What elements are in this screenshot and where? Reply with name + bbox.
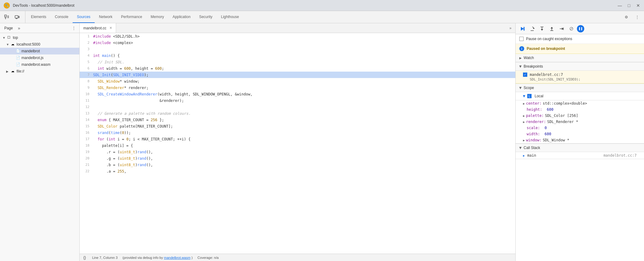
code-line-13: 13 // Generate a palette with random col… <box>80 110 515 117</box>
code-line-16: 16 srand(time(0)); <box>80 129 515 136</box>
cs-arrow-icon: ▶ <box>523 154 525 157</box>
more-tabs-icon[interactable]: » <box>16 25 22 31</box>
right-panel: Pause on caught exceptions i Paused on b… <box>515 23 644 261</box>
device-icon[interactable] <box>13 13 21 21</box>
tab-network[interactable]: Network <box>95 11 117 23</box>
main-layout: Page » ⋮ ▼ ☐ top ▼ ☁ localhost:5000 📄 ma… <box>0 23 644 261</box>
code-line-14: 14 enum { MAX_ITER_COUNT = 256 }; <box>80 117 515 123</box>
tree-item-mandelbrot[interactable]: 📄 mandelbrot <box>0 48 79 54</box>
local-section: ▶ L Local ▶ center: std::complex<double>… <box>516 92 644 144</box>
tree-arrow-localhost: ▼ <box>6 43 10 46</box>
pause-exceptions-label: Pause on caught exceptions <box>526 37 572 41</box>
editor-forward-icon[interactable]: » <box>506 23 515 33</box>
code-line-3: 3 <box>80 46 515 52</box>
scope-window[interactable]: ▶ window: SDL_Window * <box>516 137 644 143</box>
page-tab[interactable]: Page <box>2 25 15 31</box>
code-line-7: 7 SDL_Init(SDL_INIT_VIDEO); <box>80 72 515 78</box>
close-button[interactable]: ✕ <box>636 3 640 8</box>
callstack-header[interactable]: ▶ Call Stack <box>516 144 644 152</box>
code-line-17: 17 for (int i = 0; i < MAX_ITER_COUNT; +… <box>80 136 515 142</box>
code-line-19: 19 .r = (uint8_t)rand(), <box>80 149 515 155</box>
tab-console[interactable]: Console <box>51 11 73 23</box>
scope-scale: scale: 0 <box>516 125 644 131</box>
svg-marker-12 <box>533 28 535 29</box>
watch-header[interactable]: ▶ Watch <box>516 54 644 62</box>
code-line-8: 8 SDL_Window* window; <box>80 78 515 84</box>
step-over-button[interactable] <box>528 24 536 33</box>
bp-checkbox[interactable]: ✓ <box>523 73 527 77</box>
breakpoints-section: ▶ Breakpoints ✓ mandelbrot.cc:7 SDL_Init… <box>516 62 644 84</box>
format-icon[interactable]: {} <box>83 255 86 260</box>
coverage-text: Coverage: n/a <box>198 256 219 259</box>
svg-rect-25 <box>579 27 580 30</box>
inspect-icon[interactable] <box>2 13 11 21</box>
tab-elements[interactable]: Elements <box>27 11 51 23</box>
code-line-1: 1 #include <SDL2/SDL.h> <box>80 33 515 39</box>
pause-exceptions-checkbox[interactable] <box>519 37 524 41</box>
scope-renderer[interactable]: ▶ renderer: SDL_Renderer * <box>516 119 644 125</box>
svg-line-24 <box>570 28 573 30</box>
editor-tab-mandelbrot[interactable]: mandelbrot.cc ✕ <box>80 23 116 33</box>
code-line-9: 9 SDL_Renderer* renderer; <box>80 84 515 91</box>
pause-button[interactable] <box>577 25 584 32</box>
code-area[interactable]: 1 #include <SDL2/SDL.h> 2 #include <comp… <box>80 33 515 254</box>
wasm-source-link[interactable]: mandelbrot.wasm <box>164 256 191 259</box>
deactivate-button[interactable] <box>567 24 576 33</box>
tree-arrow-js <box>11 56 15 60</box>
step-button[interactable] <box>557 24 566 33</box>
step-out-button[interactable] <box>547 24 556 33</box>
maximize-button[interactable]: □ <box>627 3 631 8</box>
tree-item-mandelbrot-wasm[interactable]: 📄 mandelbrot.wasm <box>0 61 79 68</box>
code-line-10: 10 SDL_CreateWindowAndRenderer(width, he… <box>80 91 515 97</box>
left-panel: Page » ⋮ ▼ ☐ top ▼ ☁ localhost:5000 📄 ma… <box>0 23 80 261</box>
scope-header[interactable]: ▶ Scope <box>516 84 644 92</box>
tab-memory[interactable]: Memory <box>146 11 168 23</box>
paused-notice-text: Paused on breakpoint <box>527 47 565 51</box>
scope-arrow-icon: ▶ <box>519 87 522 89</box>
svg-marker-10 <box>521 27 524 31</box>
tab-close-icon[interactable]: ✕ <box>109 26 112 30</box>
tree-item-file[interactable]: ▶ ☁ file:// <box>0 68 79 75</box>
tab-application[interactable]: Application <box>168 11 195 23</box>
app-icon: 🔧 <box>4 2 10 9</box>
tree-item-localhost[interactable]: ▼ ☁ localhost:5000 <box>0 41 79 48</box>
cs-file-label: mandelbrot.cc:7 <box>604 153 637 158</box>
local-arrow-icon: ▶ <box>523 95 526 97</box>
tab-performance[interactable]: Performance <box>117 11 146 23</box>
file-tree: ▼ ☐ top ▼ ☁ localhost:5000 📄 mandelbrot … <box>0 33 79 261</box>
minimize-button[interactable]: — <box>618 3 622 8</box>
tree-arrow-mandelbrot <box>11 50 15 53</box>
callstack-item-main[interactable]: ▶ main mandelbrot.cc:7 <box>516 152 644 159</box>
titlebar: 🔧 DevTools - localhost:5000/mandelbrot —… <box>0 0 644 11</box>
tree-item-top[interactable]: ▼ ☐ top <box>0 34 79 41</box>
tab-lighthouse[interactable]: Lighthouse <box>217 11 243 23</box>
tab-security[interactable]: Security <box>195 11 217 23</box>
code-line-4: 4 int main() { <box>80 52 515 59</box>
step-into-button[interactable] <box>538 24 546 33</box>
breakpoints-header[interactable]: ▶ Breakpoints <box>516 62 644 71</box>
tree-item-mandelbrot-js[interactable]: 📄 mandelbrot.js <box>0 54 79 61</box>
tree-label-localhost: localhost:5000 <box>17 42 40 47</box>
tab-sources[interactable]: Sources <box>73 11 95 23</box>
scope-label: Scope <box>524 86 534 90</box>
cloud-icon: ☁ <box>11 42 15 47</box>
tree-label-js: mandelbrot.js <box>21 56 44 60</box>
scope-palette[interactable]: ▶ palette: SDL_Color [256] <box>516 113 644 119</box>
code-line-11: 11 &renderer); <box>80 97 515 104</box>
scope-center[interactable]: ▶ center: std::complex<double> <box>516 100 644 106</box>
devtools-icons <box>2 11 25 23</box>
left-panel-header: Page » ⋮ <box>0 23 79 33</box>
watch-label: Watch <box>524 56 534 60</box>
resume-button[interactable] <box>518 24 527 33</box>
local-header[interactable]: ▶ L Local <box>516 92 644 100</box>
tree-arrow-wasm <box>11 63 15 66</box>
scope-width: width: 600 <box>516 131 644 137</box>
tree-arrow-top: ▼ <box>2 36 6 39</box>
callstack-arrow-icon: ▶ <box>519 147 522 149</box>
settings-icon[interactable]: ⚙ <box>622 13 631 21</box>
cloud-icon-file: ☁ <box>11 69 15 73</box>
pause-exceptions-row: Pause on caught exceptions <box>516 34 644 44</box>
more-options-icon[interactable]: ⋮ <box>633 13 642 21</box>
breakpoint-item: ✓ mandelbrot.cc:7 SDL_Init(SDL_INIT_VIDE… <box>516 71 644 84</box>
panel-menu-icon[interactable]: ⋮ <box>71 25 77 31</box>
